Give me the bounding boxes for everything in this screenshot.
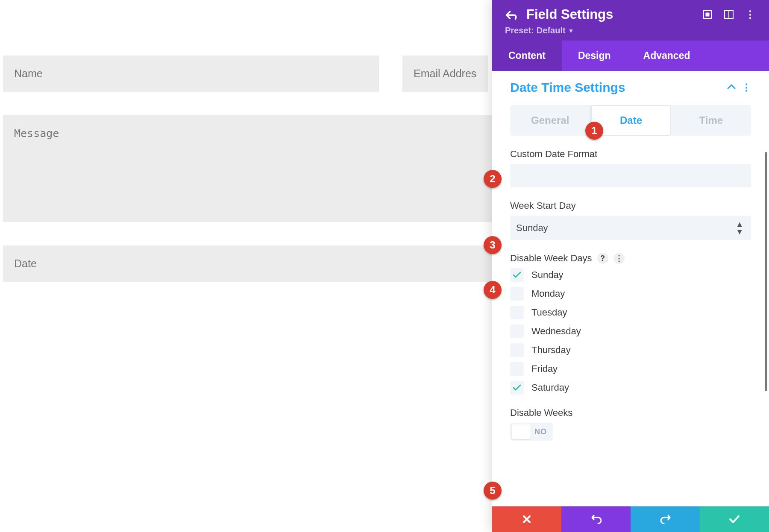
disable-weeks-label: Disable Weeks [510,407,751,418]
weekday-label: Saturday [531,382,569,393]
weekday-label: Friday [531,363,558,374]
week-start-day-select[interactable]: Sunday [510,216,751,240]
panel-tabs: Content Design Advanced [492,41,769,71]
section-more-icon[interactable]: ⋮ [742,82,751,93]
settings-panel: Field Settings ⋮ Preset: Default ▼ Conte… [492,0,769,532]
toggle-knob [512,424,531,439]
panel-body: Date Time Settings ⋮ General Date Time C… [492,71,769,506]
section-title[interactable]: Date Time Settings [510,80,625,95]
disable-week-days-label-text: Disable Week Days [510,253,592,264]
checkbox-icon [510,306,524,319]
weekday-checkbox-row[interactable]: Tuesday [510,306,751,319]
checkbox-icon [510,287,524,301]
preset-prefix-label: Preset: [505,26,534,35]
weekday-checkbox-row[interactable]: Friday [510,362,751,376]
weekday-checkbox-row[interactable]: Saturday [510,381,751,395]
svg-rect-1 [706,13,709,16]
subtab-general[interactable]: General [510,105,591,136]
weekday-checklist: SundayMondayTuesdayWednesdayThursdayFrid… [510,268,751,395]
expand-icon[interactable] [701,9,713,20]
custom-date-format-label: Custom Date Format [510,149,751,160]
weekday-label: Wednesday [531,326,581,337]
help-icon[interactable]: ? [597,253,608,264]
weekday-label: Monday [531,288,565,299]
tab-advanced[interactable]: Advanced [627,41,707,71]
annotation-badge-4: 4 [484,281,502,299]
annotation-badge-3: 3 [484,236,502,254]
week-start-day-label: Week Start Day [510,200,751,211]
weekday-checkbox-row[interactable]: Monday [510,287,751,301]
week-start-day-block: Week Start Day Sunday ▲▼ [510,200,751,240]
collapse-icon[interactable] [727,84,736,91]
disable-weeks-block: Disable Weeks NO [510,407,751,441]
caret-down-icon: ▼ [568,27,574,34]
weekday-label: Thursday [531,345,571,356]
tab-content[interactable]: Content [492,41,562,71]
more-icon[interactable]: ⋮ [744,9,756,20]
viewport: Field Settings ⋮ Preset: Default ▼ Conte… [0,0,769,532]
checkbox-icon [510,268,524,282]
undo-button[interactable] [561,506,631,532]
weekday-checkbox-row[interactable]: Thursday [510,343,751,357]
preset-selector[interactable]: Preset: Default ▼ [505,26,574,35]
weekday-checkbox-row[interactable]: Sunday [510,268,751,282]
toggle-text: NO [534,427,547,436]
layout-toggle-icon[interactable] [723,9,735,20]
email-input[interactable] [402,56,488,92]
disable-weeks-toggle[interactable]: NO [510,423,553,441]
scrollbar[interactable] [765,152,767,391]
tab-design[interactable]: Design [562,41,627,71]
subtab-time[interactable]: Time [671,105,751,136]
weekday-checkbox-row[interactable]: Wednesday [510,324,751,338]
option-more-icon[interactable]: ⋮ [613,253,625,264]
panel-header: Field Settings ⋮ Preset: Default ▼ [492,0,769,41]
checkbox-icon [510,343,524,357]
date-input[interactable] [3,246,495,282]
disable-week-days-label: Disable Week Days ? ⋮ [510,253,751,264]
annotation-badge-1: 1 [585,122,603,140]
weekday-label: Tuesday [531,307,567,318]
preset-value-label: Default [537,26,566,35]
annotation-badge-2: 2 [484,170,502,188]
custom-date-format-block: Custom Date Format [510,149,751,187]
back-icon[interactable] [505,9,517,20]
name-input[interactable] [3,56,379,92]
checkbox-icon [510,324,524,338]
disable-week-days-block: Disable Week Days ? ⋮ SundayMondayTuesda… [510,253,751,395]
cancel-button[interactable] [492,506,561,532]
form-preview [3,56,495,305]
section-header: Date Time Settings ⋮ [510,80,751,95]
message-input[interactable] [3,115,495,222]
annotation-badge-5: 5 [484,482,502,500]
panel-footer [492,506,769,532]
checkbox-icon [510,381,524,395]
panel-title: Field Settings [526,7,692,22]
custom-date-format-input[interactable] [510,164,751,187]
subtabs: General Date Time [510,105,751,136]
checkbox-icon [510,362,524,376]
redo-button[interactable] [631,506,700,532]
save-button[interactable] [700,506,769,532]
weekday-label: Sunday [531,269,564,281]
